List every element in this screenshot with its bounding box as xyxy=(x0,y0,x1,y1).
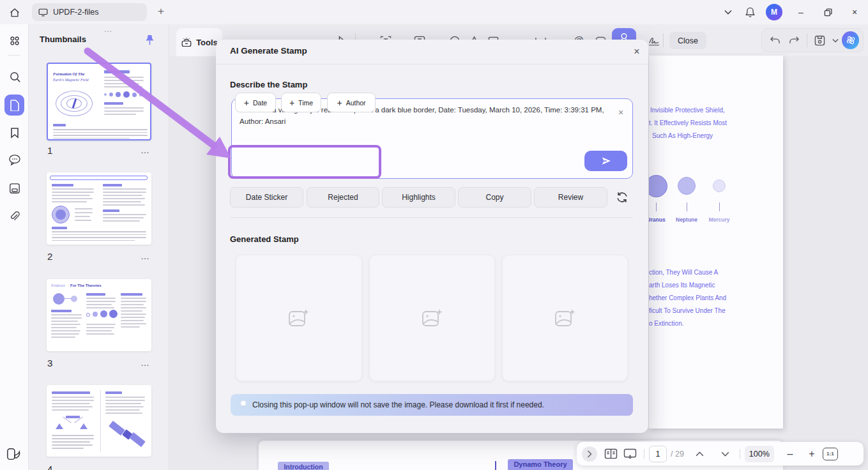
chevron-down-icon[interactable] xyxy=(717,0,739,24)
add-time-label: Time xyxy=(298,99,313,107)
pdf-page: Invisible Protective Shield, t. It Effec… xyxy=(649,56,783,428)
suggestion-chip-highlights[interactable]: Highlights xyxy=(382,187,455,208)
refresh-suggestions-icon[interactable] xyxy=(616,191,630,205)
clear-prompt-icon[interactable]: × xyxy=(615,107,627,118)
reading-mode-icon[interactable] xyxy=(6,447,24,464)
document-tab[interactable]: UPDF-2-files xyxy=(32,3,147,21)
column-divider xyxy=(495,461,496,470)
document-tab-icon xyxy=(38,8,48,17)
ai-generate-stamp-dialog: AI Generate Stamp × Describe the Stamp G… xyxy=(216,40,648,433)
titlebar-right: M – × xyxy=(717,0,868,24)
add-time-button[interactable]: + Time xyxy=(281,93,321,112)
close-window-button[interactable]: × xyxy=(841,0,868,24)
document-tab-label: UPDF-2-files xyxy=(53,8,99,17)
page-text-line: ficult To Survive Under The xyxy=(649,307,726,314)
grid-menu-icon[interactable] xyxy=(6,32,24,50)
signature-tool-icon[interactable] xyxy=(646,33,662,49)
dialog-close-icon[interactable]: × xyxy=(630,45,644,59)
thumbnails-panel: … Thumbnails Formation Of The Earth's Ma… xyxy=(29,24,169,470)
planet-label: Neptune xyxy=(676,216,697,223)
sidebar-item-thumbnails[interactable] xyxy=(4,95,24,116)
previous-page-icon[interactable] xyxy=(690,444,710,464)
generated-stamp-slot-1[interactable] xyxy=(236,255,362,381)
save-icon[interactable] xyxy=(811,31,828,50)
search-icon[interactable] xyxy=(6,68,24,86)
restore-button[interactable] xyxy=(814,0,841,24)
toolbar-divider xyxy=(663,33,664,47)
panel-resize-handle-icon[interactable]: … xyxy=(96,24,121,34)
tutorial-highlight-box xyxy=(228,145,381,179)
actual-size-button[interactable]: 1:1 xyxy=(823,448,838,460)
new-tab-button[interactable]: + xyxy=(155,5,167,18)
title-bar: UPDF-2-files + M – × xyxy=(0,0,868,24)
section-badge: Dynamo Theory xyxy=(508,459,573,470)
thumbnail-page-2[interactable] xyxy=(47,172,151,245)
presentation-mode-icon[interactable] xyxy=(620,444,639,464)
page-number-input[interactable]: 1 xyxy=(649,446,667,462)
rail-divider xyxy=(8,55,20,56)
page-text-line: Invisible Protective Shield, xyxy=(650,107,725,114)
thumbnail-page-1[interactable]: Formation Of The Earth's Magnetic Field xyxy=(47,63,151,140)
save-options-chevron-icon[interactable] xyxy=(830,31,841,50)
next-page-icon[interactable] xyxy=(716,444,735,464)
zoom-out-button[interactable]: – xyxy=(779,448,801,460)
dialog-divider xyxy=(216,64,648,64)
minimize-button[interactable]: – xyxy=(788,0,814,24)
zoom-level[interactable]: 100% xyxy=(745,446,774,462)
page-total: / 29 xyxy=(671,450,684,459)
toolbox-icon xyxy=(181,37,192,48)
page-1-more-icon[interactable]: … xyxy=(141,145,150,155)
two-page-view-icon[interactable] xyxy=(601,444,620,464)
ai-assistant-button[interactable] xyxy=(842,31,859,49)
generated-stamp-slot-2[interactable] xyxy=(369,255,495,381)
suggestion-chip-rejected[interactable]: Rejected xyxy=(307,187,379,208)
sidebar-rail xyxy=(0,24,29,470)
image-placeholder-icon xyxy=(288,308,310,328)
bookmark-icon[interactable] xyxy=(6,124,24,142)
page-text-line: Such As High-Energy xyxy=(652,132,713,139)
pin-icon[interactable] xyxy=(144,34,155,45)
generated-stamp-label: Generated Stamp xyxy=(230,234,299,244)
planet-label: Mercury xyxy=(708,216,729,223)
lightbulb-icon xyxy=(240,400,247,410)
plus-icon: + xyxy=(244,98,249,108)
section-badge: Introduction xyxy=(278,462,329,470)
suggestion-chip-date-sticker[interactable]: Date Sticker xyxy=(230,187,303,208)
page-navigation-bar: 1 / 29 100% – + 1:1 xyxy=(577,442,864,466)
page-text-line: ction, They Will Cause A xyxy=(649,269,718,276)
paperclip-icon[interactable] xyxy=(6,208,24,225)
image-placeholder-icon xyxy=(554,308,576,328)
tab-tools-label: Tools xyxy=(196,38,218,47)
avatar[interactable]: M xyxy=(766,4,782,20)
suggestion-chip-copy[interactable]: Copy xyxy=(458,187,531,208)
toolbar-divider xyxy=(807,33,807,47)
thumbnail-page-4[interactable] xyxy=(47,385,151,457)
bell-icon[interactable] xyxy=(739,0,761,24)
send-button[interactable] xyxy=(584,151,627,171)
page-2-more-icon[interactable]: … xyxy=(141,251,150,261)
page-4-more-icon[interactable]: … xyxy=(141,464,150,470)
comments-icon[interactable] xyxy=(6,151,24,169)
add-author-button[interactable]: + Author xyxy=(327,93,376,112)
undo-icon[interactable] xyxy=(766,31,784,50)
home-icon[interactable] xyxy=(6,4,23,21)
plus-icon: + xyxy=(289,98,294,108)
redo-icon[interactable] xyxy=(785,31,803,50)
page-3-more-icon[interactable]: … xyxy=(141,358,150,368)
notice-text: Closing this pop-up window will not save… xyxy=(252,400,544,409)
expand-bar-icon[interactable] xyxy=(582,446,597,462)
image-placeholder-icon xyxy=(422,308,443,328)
planet-uranus xyxy=(649,175,667,197)
thumbnail-page-3[interactable]: Evidence For The Theories xyxy=(47,279,151,351)
page-text-line: t. It Effectively Resists Most xyxy=(649,119,727,126)
planet-mercury xyxy=(713,179,726,192)
attachments-page-icon[interactable] xyxy=(6,179,24,197)
generated-stamp-slot-3[interactable] xyxy=(502,255,628,381)
actual-size-label: 1:1 xyxy=(826,451,834,457)
add-date-button[interactable]: + Date xyxy=(235,93,276,112)
close-tools-button[interactable]: Close xyxy=(669,32,706,49)
page-number: 1 xyxy=(47,145,52,156)
suggestion-chip-review[interactable]: Review xyxy=(534,187,607,208)
zoom-in-button[interactable]: + xyxy=(801,448,823,460)
page-text-line: o Extinction. xyxy=(649,320,683,327)
